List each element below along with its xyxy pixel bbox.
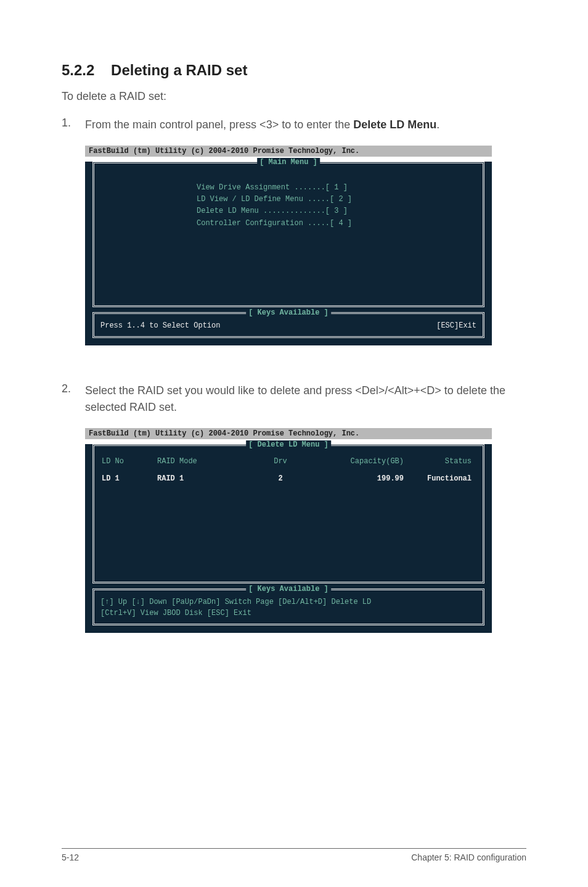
page-footer: 5-12 Chapter 5: RAID configuration <box>62 848 526 862</box>
menu-item-2: LD View / LD Define Menu .....[ 2 ] <box>197 194 483 205</box>
step-2-before: Select the RAID set you would like to de… <box>85 384 505 413</box>
keys-content-1: Press 1..4 to Select Option [ESC]Exit <box>100 321 476 330</box>
step-1: 1. From the main control panel, press <3… <box>62 117 526 133</box>
step-1-bold: Delete LD Menu <box>353 118 436 131</box>
terminal-1: FastBuild (tm) Utility (c) 2004-2010 Pro… <box>85 146 492 345</box>
keys-label-1: [ Keys Available ] <box>246 308 331 317</box>
cell-status: Functional <box>404 474 475 483</box>
keys-line-2: [Ctrl+V] View JBOD Disk [ESC] Exit <box>100 608 476 619</box>
main-menu-items: View Drive Assignment .......[ 1 ] LD Vi… <box>94 182 483 229</box>
header-cap: Capacity(GB) <box>311 457 404 466</box>
terminal-1-titlebar: FastBuild (tm) Utility (c) 2004-2010 Pro… <box>85 146 492 157</box>
section-title: Deleting a RAID set <box>111 62 247 78</box>
cell-raid: RAID 1 <box>157 474 250 483</box>
cell-ldno: LD 1 <box>102 474 157 483</box>
menu-item-3: Delete LD Menu ..............[ 3 ] <box>197 205 483 217</box>
delete-menu-label: [ Delete LD Menu ] <box>246 440 331 449</box>
header-status: Status <box>404 457 475 466</box>
keys-right-1: [ESC]Exit <box>436 321 476 330</box>
main-menu-label: [ Main Menu ] <box>257 158 320 167</box>
header-ldno: LD No <box>102 457 157 466</box>
section-heading: 5.2.2 Deleting a RAID set <box>62 62 526 79</box>
step-1-after: . <box>436 118 439 131</box>
footer-right: Chapter 5: RAID configuration <box>411 852 526 862</box>
cell-drv: 2 <box>250 474 311 483</box>
main-menu-frame: [ Main Menu ] View Drive Assignment ....… <box>92 162 484 307</box>
step-2-text: Select the RAID set you would like to de… <box>85 382 526 416</box>
terminal-2: FastBuild (tm) Utility (c) 2004-2010 Pro… <box>85 428 492 633</box>
step-1-before: From the main control panel, press <3> t… <box>85 118 353 131</box>
header-drv: Drv <box>250 457 311 466</box>
footer-left: 5-12 <box>62 852 79 862</box>
step-2: 2. Select the RAID set you would like to… <box>62 382 526 416</box>
step-1-text: From the main control panel, press <3> t… <box>85 117 526 133</box>
keys-content-2: [↑] Up [↓] Down [PaUp/PaDn] Switch Page … <box>100 596 476 619</box>
step-1-number: 1. <box>62 117 85 133</box>
terminal-2-body: [ Delete LD Menu ] LD No RAID Mode Drv C… <box>85 444 492 633</box>
keys-frame-2: [ Keys Available ] [↑] Up [↓] Down [PaUp… <box>92 588 484 625</box>
delete-menu-frame: [ Delete LD Menu ] LD No RAID Mode Drv C… <box>92 444 484 584</box>
keys-label-2: [ Keys Available ] <box>246 585 331 593</box>
keys-line-1: [↑] Up [↓] Down [PaUp/PaDn] Switch Page … <box>100 596 476 608</box>
table-data-row: LD 1 RAID 1 2 199.99 Functional <box>102 474 475 483</box>
keys-frame-1: [ Keys Available ] Press 1..4 to Select … <box>92 312 484 338</box>
section-number: 5.2.2 <box>62 62 94 78</box>
cell-cap: 199.99 <box>311 474 404 483</box>
keys-left-1: Press 1..4 to Select Option <box>100 321 220 330</box>
step-2-number: 2. <box>62 382 85 416</box>
header-raid: RAID Mode <box>157 457 250 466</box>
table-header-row: LD No RAID Mode Drv Capacity(GB) Status <box>102 457 475 466</box>
menu-item-1: View Drive Assignment .......[ 1 ] <box>197 182 483 194</box>
intro-text: To delete a RAID set: <box>62 90 526 103</box>
menu-item-4: Controller Configuration .....[ 4 ] <box>197 218 483 229</box>
terminal-1-body: [ Main Menu ] View Drive Assignment ....… <box>85 162 492 345</box>
terminal-2-titlebar: FastBuild (tm) Utility (c) 2004-2010 Pro… <box>85 428 492 439</box>
